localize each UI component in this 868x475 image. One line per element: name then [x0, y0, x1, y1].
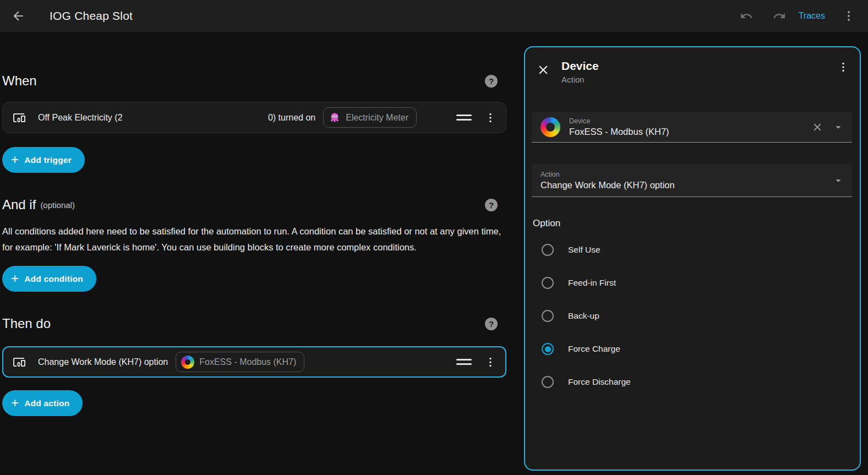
plus-icon: +	[11, 153, 19, 166]
radio-button[interactable]	[542, 244, 554, 256]
close-icon[interactable]	[536, 63, 550, 77]
panel-subtitle: Action	[561, 75, 599, 84]
plus-icon: +	[11, 272, 19, 285]
page-title: IOG Cheap Slot	[50, 9, 133, 23]
trigger-name-end: 0) turned on	[268, 113, 315, 123]
undo-icon[interactable]	[737, 7, 756, 25]
then-do-heading: Then do	[2, 316, 51, 331]
help-icon[interactable]: ?	[485, 318, 498, 330]
trigger-name-start: Off Peak Electricity (2	[38, 113, 123, 123]
radio-item-back-up[interactable]: Back-up	[525, 299, 860, 332]
overflow-menu-icon[interactable]	[839, 7, 858, 25]
add-action-button[interactable]: + Add action	[2, 390, 83, 416]
chevron-down-icon[interactable]	[832, 121, 844, 133]
radio-button[interactable]	[542, 277, 554, 289]
field-value: FoxESS - Modbus (KH7)	[569, 127, 669, 137]
device-icon	[13, 356, 26, 369]
and-if-section-header: And if (optional) ?	[2, 197, 506, 212]
action-name: Change Work Mode (KH7) option	[38, 357, 168, 367]
radio-item-force-discharge[interactable]: Force Discharge	[525, 365, 860, 398]
clear-icon[interactable]	[811, 121, 823, 133]
then-do-section-header: Then do ?	[2, 316, 506, 331]
radio-button[interactable]	[542, 376, 554, 388]
panel-header: Device Action	[525, 47, 860, 84]
panel-menu-icon[interactable]	[836, 59, 851, 75]
add-condition-button[interactable]: + Add condition	[2, 266, 96, 292]
action-select-field[interactable]: Action Change Work Mode (KH7) option	[532, 164, 852, 197]
device-select-field[interactable]: Device FoxESS - Modbus (KH7)	[532, 112, 852, 143]
option-group-label: Option	[533, 218, 560, 229]
entity-chip-electricity-meter[interactable]: Electricity Meter	[323, 107, 417, 128]
when-heading: When	[2, 73, 37, 89]
foxess-logo	[541, 117, 560, 137]
add-trigger-button[interactable]: + Add trigger	[2, 147, 85, 173]
drag-handle[interactable]	[456, 359, 472, 364]
field-label: Action	[541, 171, 675, 178]
trigger-row[interactable]: Off Peak Electricity (2 0) turned on Ele…	[2, 102, 506, 133]
chip-label: Electricity Meter	[346, 113, 408, 123]
device-icon	[13, 111, 26, 124]
radio-button[interactable]	[542, 310, 554, 322]
top-bar: IOG Cheap Slot Traces	[0, 0, 868, 32]
row-menu-icon[interactable]	[483, 110, 498, 125]
radio-button[interactable]	[542, 343, 554, 355]
action-row-selected[interactable]: Change Work Mode (KH7) option FoxESS - M…	[2, 346, 506, 378]
radio-item-feed-in-first[interactable]: Feed-in First	[525, 266, 860, 299]
drag-handle[interactable]	[456, 114, 472, 120]
chip-label: FoxESS - Modbus (KH7)	[199, 357, 296, 367]
conditions-description: All conditions added here need to be sat…	[2, 223, 507, 255]
and-if-heading: And if	[2, 197, 36, 212]
redo-icon[interactable]	[770, 7, 789, 25]
help-icon[interactable]: ?	[485, 75, 498, 88]
traces-link[interactable]: Traces	[799, 11, 825, 21]
foxess-logo	[181, 356, 194, 369]
optional-label: (optional)	[40, 200, 75, 210]
field-value: Change Work Mode (KH7) option	[541, 180, 675, 190]
back-arrow-icon[interactable]	[11, 9, 25, 23]
panel-title: Device	[561, 59, 599, 73]
help-icon[interactable]: ?	[485, 199, 498, 211]
device-chip-foxess[interactable]: FoxESS - Modbus (KH7)	[176, 352, 304, 372]
automation-editor: IOG Cheap Slot Traces When ? Off Peak El…	[0, 0, 868, 475]
when-section-header: When ?	[2, 73, 506, 89]
plus-icon: +	[11, 396, 19, 410]
chevron-down-icon[interactable]	[832, 174, 844, 187]
field-label: Device	[569, 117, 669, 125]
row-menu-icon[interactable]	[483, 354, 498, 370]
radio-item-force-charge[interactable]: Force Charge	[525, 332, 860, 365]
option-radio-group: Self Use Feed-in First Back-up Force Cha…	[525, 233, 860, 398]
radio-item-self-use[interactable]: Self Use	[525, 233, 860, 266]
octopus-icon	[329, 112, 341, 124]
device-action-panel: Device Action Device FoxESS - Modbus (KH…	[524, 46, 861, 471]
